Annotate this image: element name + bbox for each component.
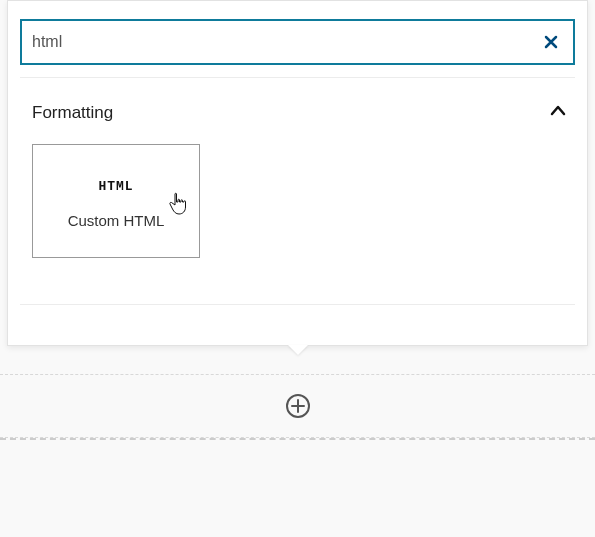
block-label: Custom HTML — [68, 212, 165, 229]
search-box — [20, 19, 575, 65]
divider — [20, 304, 575, 305]
add-block-button[interactable] — [285, 393, 311, 419]
block-item-custom-html[interactable]: HTML Custom HTML — [32, 144, 200, 258]
plus-circle-icon — [285, 393, 311, 419]
html-icon: HTML — [98, 179, 133, 194]
close-icon — [543, 34, 559, 50]
popover-arrow — [288, 345, 308, 355]
pointer-cursor-icon — [167, 191, 189, 221]
add-block-row[interactable] — [0, 374, 595, 438]
search-input[interactable] — [32, 21, 539, 63]
block-list: HTML Custom HTML — [8, 144, 587, 288]
editor-canvas — [0, 374, 595, 440]
section-title: Formatting — [32, 103, 113, 123]
section-header-formatting[interactable]: Formatting — [8, 78, 587, 144]
clear-search-button[interactable] — [539, 30, 563, 54]
chevron-up-icon — [549, 102, 567, 124]
block-inserter-popover: Formatting HTML Custom HTML — [7, 0, 588, 346]
search-container — [8, 1, 587, 77]
dashed-separator — [0, 438, 595, 440]
